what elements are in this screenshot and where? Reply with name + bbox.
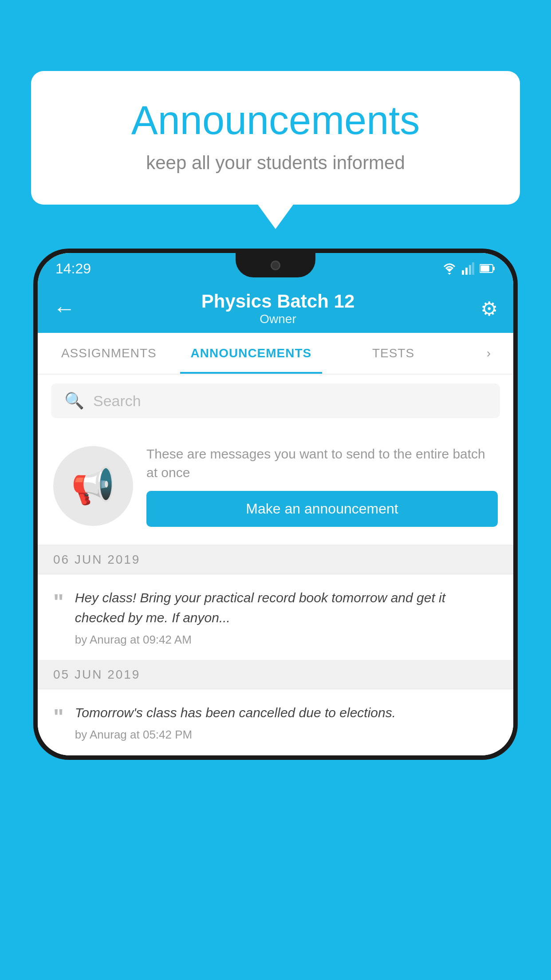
date-separator-1: 06 JUN 2019	[38, 545, 513, 574]
app-bar-title: Physics Batch 12	[201, 291, 355, 312]
quote-icon-1: "	[53, 591, 64, 613]
announcement-item-1[interactable]: " Hey class! Bring your practical record…	[38, 574, 513, 660]
status-icons	[442, 262, 496, 275]
svg-rect-4	[469, 265, 471, 275]
app-bar: ← Physics Batch 12 Owner ⚙	[38, 284, 513, 333]
status-time: 14:29	[55, 261, 91, 277]
app-bar-title-section: Physics Batch 12 Owner	[201, 291, 355, 326]
date-separator-2: 05 JUN 2019	[38, 660, 513, 689]
svg-marker-0	[446, 269, 453, 272]
announcement-meta-2: by Anurag at 05:42 PM	[75, 728, 498, 742]
tab-announcements[interactable]: ANNOUNCEMENTS	[180, 333, 323, 374]
search-icon: 🔍	[64, 391, 84, 410]
phone-container: 14:29	[33, 249, 518, 980]
search-placeholder: Search	[93, 392, 141, 410]
announcement-content-2: Tomorrow's class has been cancelled due …	[75, 703, 498, 742]
phone-screen: 14:29	[38, 253, 513, 755]
quote-icon-2: "	[53, 706, 64, 728]
front-camera	[271, 261, 280, 270]
speech-bubble-subtitle: keep all your students informed	[67, 152, 484, 174]
promo-right: These are messages you want to send to t…	[146, 445, 498, 527]
tab-assignments[interactable]: ASSIGNMENTS	[38, 333, 180, 374]
search-container: 🔍 Search	[38, 375, 513, 427]
announcement-text-1: Hey class! Bring your practical record b…	[75, 588, 498, 628]
wifi-icon	[442, 262, 457, 275]
speech-bubble-container: Announcements keep all your students inf…	[31, 71, 520, 229]
svg-rect-5	[472, 262, 474, 275]
svg-rect-2	[462, 270, 464, 275]
status-bar: 14:29	[38, 253, 513, 284]
promo-description: These are messages you want to send to t…	[146, 445, 498, 482]
speech-bubble: Announcements keep all your students inf…	[31, 71, 520, 205]
tab-tests[interactable]: TESTS	[322, 333, 464, 374]
svg-rect-3	[465, 268, 468, 275]
announcement-content-1: Hey class! Bring your practical record b…	[75, 588, 498, 647]
back-button[interactable]: ←	[53, 296, 75, 321]
app-bar-subtitle: Owner	[201, 312, 355, 326]
svg-rect-7	[493, 267, 495, 270]
megaphone-icon: 📢	[71, 465, 115, 507]
phone-frame: 14:29	[33, 249, 518, 760]
tab-more[interactable]: ›	[464, 333, 513, 374]
notch	[236, 253, 315, 277]
signal-icon	[462, 262, 474, 275]
speech-bubble-title: Announcements	[67, 98, 484, 143]
promo-icon-circle: 📢	[53, 446, 133, 526]
battery-icon	[480, 264, 496, 273]
tabs-container: ASSIGNMENTS ANNOUNCEMENTS TESTS ›	[38, 333, 513, 375]
speech-bubble-arrow	[258, 205, 293, 229]
announcement-promo: 📢 These are messages you want to send to…	[38, 427, 513, 545]
announcement-text-2: Tomorrow's class has been cancelled due …	[75, 703, 498, 723]
announcement-meta-1: by Anurag at 09:42 AM	[75, 633, 498, 647]
svg-marker-1	[448, 273, 451, 275]
search-bar[interactable]: 🔍 Search	[51, 383, 500, 418]
svg-rect-8	[480, 265, 489, 272]
settings-button[interactable]: ⚙	[480, 297, 498, 320]
make-announcement-button[interactable]: Make an announcement	[146, 491, 498, 527]
announcement-item-2[interactable]: " Tomorrow's class has been cancelled du…	[38, 689, 513, 755]
